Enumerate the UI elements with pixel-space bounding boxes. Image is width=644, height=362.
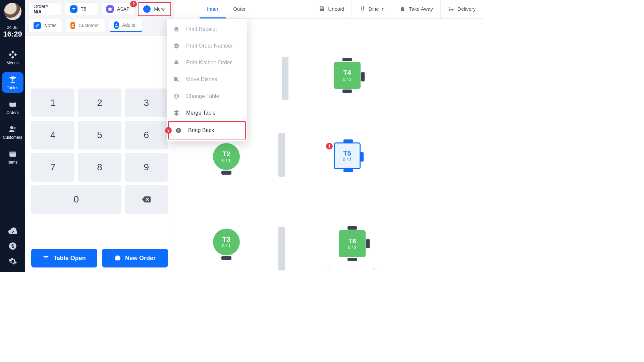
tip-jar-icon[interactable]: $ [8, 241, 17, 251]
svg-point-5 [13, 127, 15, 129]
svg-rect-17 [108, 8, 111, 11]
asap-pill[interactable]: ASAP 2 [101, 2, 135, 16]
new-order-icon [114, 255, 121, 261]
area-tab-outer[interactable]: Outer [226, 0, 253, 18]
keypad-1[interactable]: 1 [31, 88, 74, 117]
dd-print-order-number[interactable]: No.Print Order Number [167, 38, 247, 54]
table-name: T4 [343, 69, 351, 77]
dd-bring-back[interactable]: 3 Bring Back [168, 121, 246, 139]
svg-rect-11 [321, 7, 323, 8]
svg-rect-2 [9, 103, 16, 107]
asap-label: ASAP [117, 6, 129, 12]
new-order-button[interactable]: New Order [102, 249, 168, 267]
dd-merge-table[interactable]: Merge Table [167, 105, 247, 121]
table-open-icon [43, 255, 49, 261]
table-capacity: 0 / 3 [343, 77, 351, 82]
svg-rect-32 [174, 62, 178, 64]
keypad-3[interactable]: 3 [125, 88, 168, 117]
backspace-icon [141, 196, 151, 203]
mode-delivery[interactable]: Delivery [441, 0, 483, 18]
sidebar-item-tables[interactable]: Tables [2, 72, 23, 93]
svg-rect-29 [175, 30, 178, 32]
table-open-button[interactable]: Table Open [31, 249, 97, 267]
table-t3[interactable]: T3 0 / 1 [213, 229, 240, 255]
keypad-backspace[interactable] [125, 185, 168, 214]
svg-rect-3 [11, 101, 14, 103]
sidebar-item-orders[interactable]: Orders [2, 97, 23, 118]
customer-pill[interactable] [65, 19, 106, 32]
mode-takeaway[interactable]: Take Away [392, 0, 440, 18]
mode-dinein[interactable]: Dine In [352, 0, 392, 18]
dd-change-table[interactable]: Change Table [167, 88, 247, 105]
gear-icon[interactable] [8, 257, 17, 266]
table-name: T5 [343, 149, 351, 157]
table-pill[interactable]: T5 [65, 2, 98, 16]
chair-icon [343, 139, 353, 143]
keypad-5[interactable]: 5 [78, 121, 121, 149]
avatar[interactable] [4, 3, 21, 20]
customers-icon [8, 124, 17, 134]
sidebar: 24 Jul 16:29 Menus Tables Orders Custome… [0, 0, 25, 272]
keypad-2[interactable]: 2 [78, 88, 121, 117]
callout-badge-3: 3 [165, 127, 172, 134]
notes-pill[interactable]: Notes [29, 19, 62, 32]
chair-icon [366, 239, 370, 248]
svg-text:$: $ [11, 243, 14, 249]
area-tab-inner[interactable]: Inner [200, 0, 226, 18]
service-bar: Inner Outer Unpaid Dine In Take Away Del… [200, 0, 483, 19]
mode-label: Delivery [458, 6, 476, 12]
chair-icon [342, 58, 352, 61]
home-icon[interactable]: ○ [326, 264, 332, 270]
callout-badge-2: 2 [130, 1, 137, 7]
keypad-9[interactable]: 9 [125, 153, 168, 182]
chair-icon [221, 256, 231, 260]
dd-print-receipt[interactable]: Print Receipt [167, 21, 247, 38]
orders-icon [8, 100, 17, 109]
table-t5[interactable]: 1 T5 0 / 3 [334, 142, 361, 169]
chair-icon [361, 72, 365, 81]
dd-print-kitchen-order[interactable]: Print Kitchen Order [167, 54, 247, 71]
recent-icon[interactable]: ▢ [372, 264, 378, 270]
adults-pill[interactable] [109, 19, 143, 32]
sidebar-item-label: Tables [7, 85, 18, 90]
move-icon [173, 76, 180, 83]
keypad-6[interactable]: 6 [125, 121, 168, 149]
button-label: New Order [125, 255, 156, 262]
table-t2[interactable]: T2 0 / 1 [213, 143, 240, 170]
keypad-4[interactable]: 4 [31, 121, 74, 149]
table-t6[interactable]: T6 0 / 3 [339, 230, 366, 257]
undo-icon [175, 127, 182, 134]
chair-icon [342, 89, 352, 93]
adults-input[interactable] [122, 22, 139, 28]
customer-input[interactable] [78, 23, 105, 28]
back-icon[interactable]: ◁ [279, 264, 285, 270]
svg-text:No.: No. [174, 44, 179, 48]
svg-point-20 [148, 9, 149, 9]
dd-label: Merge Table [186, 110, 216, 116]
keypad-7[interactable]: 7 [31, 153, 74, 182]
receipt-icon [319, 6, 325, 12]
sidebar-time: 16:29 [3, 30, 22, 39]
svg-point-18 [146, 9, 146, 9]
keypad-0[interactable]: 0 [31, 185, 121, 214]
mode-unpaid[interactable]: Unpaid [311, 0, 352, 18]
callout-badge-1: 1 [326, 143, 333, 149]
table-t4[interactable]: T4 0 / 3 [334, 62, 361, 89]
sidebar-item-menus[interactable]: Menus [2, 47, 23, 68]
table-capacity: 0 / 1 [222, 243, 230, 248]
dd-move-dishes[interactable]: Move Dishes [167, 71, 247, 88]
mode-label: Unpaid [328, 6, 344, 12]
more-button[interactable]: More [138, 2, 171, 16]
scooter-icon [448, 6, 454, 12]
android-nav-bar: ◁ ○ ▢ [279, 264, 378, 270]
keypad-8[interactable]: 8 [78, 153, 121, 182]
table-name: T2 [222, 150, 230, 158]
cloud-check-icon[interactable] [8, 226, 17, 235]
svg-point-36 [176, 128, 181, 133]
svg-rect-1 [12, 78, 13, 82]
sidebar-item-label: Items [8, 160, 17, 165]
order-number-pill[interactable]: Order# N/A [29, 2, 62, 16]
sidebar-item-items[interactable]: Items [2, 146, 23, 167]
svg-rect-28 [175, 27, 178, 28]
sidebar-item-customers[interactable]: Customers [2, 122, 23, 142]
